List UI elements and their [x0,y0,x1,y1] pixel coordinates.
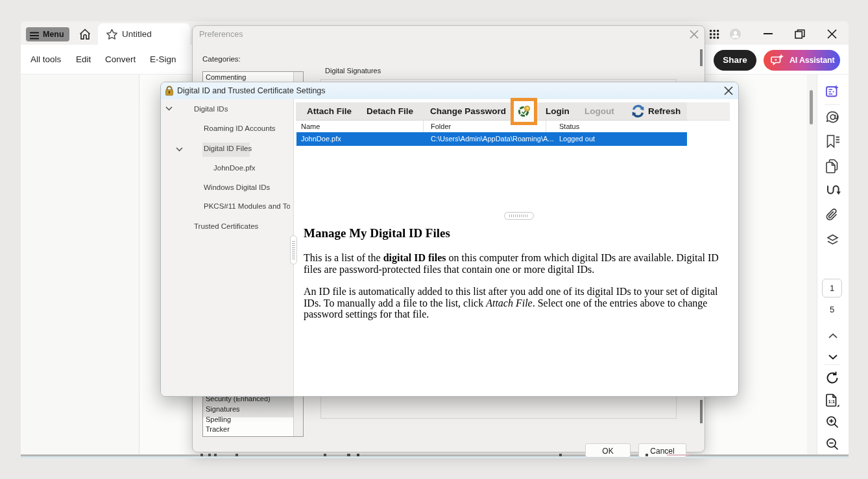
svg-text:1:1: 1:1 [828,399,835,404]
